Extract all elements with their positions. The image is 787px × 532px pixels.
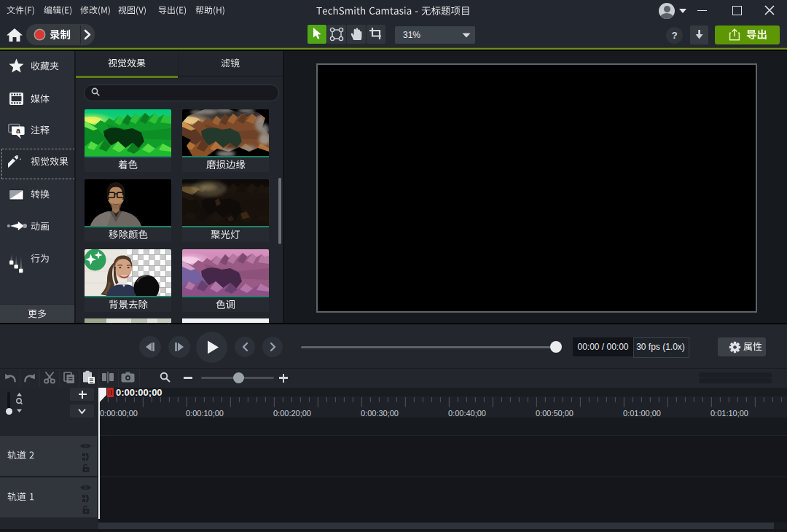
svg-text:a: a: [16, 126, 20, 135]
